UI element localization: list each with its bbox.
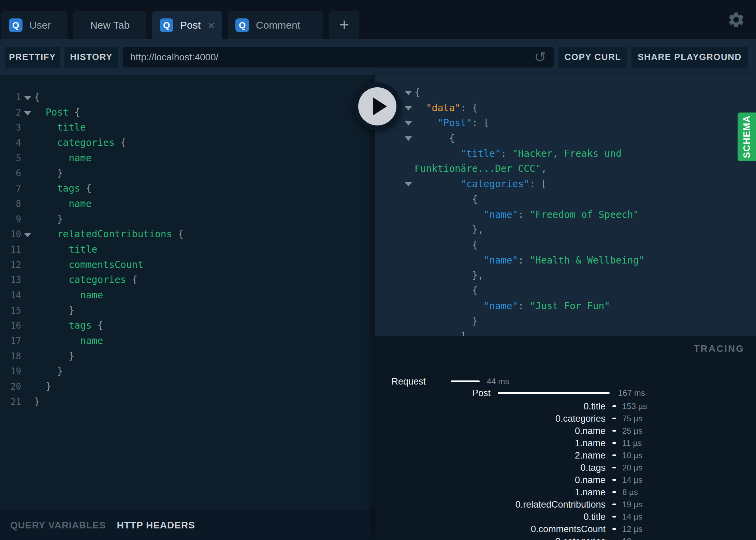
query-badge-icon: Q: [9, 18, 23, 32]
trace-duration-value: 14 µs: [622, 511, 642, 523]
code-line: 1{: [0, 90, 375, 105]
code-line: 15 }: [0, 303, 375, 318]
line-number: 11: [0, 242, 21, 257]
trace-duration-value: 10 µs: [622, 449, 642, 462]
response-code: { "data": { "Post": [ { "title": "Hacker…: [375, 85, 756, 336]
trace-label: 0.name: [575, 425, 606, 437]
code-line: 19 }: [0, 364, 375, 379]
tab-label: User: [29, 19, 51, 31]
code-line: 10 relatedContributions {: [0, 227, 375, 242]
editor-bottom-bar: QUERY VARIABLES HTTP HEADERS: [0, 510, 375, 540]
line-number: 16: [0, 318, 21, 333]
line-number: 4: [0, 135, 21, 151]
code-line: }: [375, 314, 756, 329]
tracing-toggle[interactable]: TRACING: [694, 343, 744, 354]
code-line: {: [375, 238, 756, 253]
code-line: 6 }: [0, 166, 375, 181]
tab-comment[interactable]: Q Comment: [228, 11, 323, 39]
line-number: 20: [0, 379, 21, 394]
query-badge-icon: Q: [160, 18, 173, 32]
http-headers-tab[interactable]: HTTP HEADERS: [117, 520, 195, 531]
trace-row: 1.name8 µs: [375, 486, 756, 498]
fold-arrow-icon[interactable]: [405, 106, 412, 110]
query-badge-icon: Q: [235, 18, 249, 32]
trace-duration-bar: [612, 479, 616, 481]
code-line: 21}: [0, 394, 375, 410]
fold-arrow-icon[interactable]: [405, 136, 412, 141]
line-number: 19: [0, 364, 21, 379]
code-line: 20 }: [0, 379, 375, 394]
schema-tab-label: SCHEMA: [742, 115, 752, 158]
line-number: 14: [0, 288, 21, 303]
trace-duration-bar: [498, 392, 610, 394]
code-line: 12 commentsCount: [0, 257, 375, 273]
trace-duration-value: 75 µs: [622, 412, 642, 425]
line-number: 15: [0, 303, 21, 318]
code-line: "title": "Hacker, Freaks und: [375, 146, 756, 162]
right-column: { "data": { "Post": [ { "title": "Hacker…: [375, 75, 756, 540]
code-line: {: [375, 85, 756, 101]
fold-arrow-icon[interactable]: [405, 91, 412, 95]
fold-arrow-icon[interactable]: [24, 111, 31, 116]
line-number: 3: [0, 120, 21, 135]
share-playground-button[interactable]: SHARE PLAYGROUND: [631, 47, 748, 68]
trace-row: 0.categories75 µs: [375, 412, 756, 425]
trace-duration-bar: [612, 491, 616, 493]
code-line: 18 }: [0, 349, 375, 364]
fold-arrow-icon[interactable]: [405, 182, 412, 186]
trace-label: 0.relatedContributions: [515, 498, 606, 511]
tab-post[interactable]: Q Post ×: [152, 11, 222, 39]
trace-label: 0.tags: [580, 462, 606, 474]
endpoint-url-input[interactable]: http://localhost:4000/ ↺: [122, 46, 554, 68]
tab-new-tab[interactable]: New Tab: [73, 11, 146, 39]
trace-duration-value: 44 ms: [487, 375, 509, 388]
line-number: 7: [0, 181, 21, 196]
code-line: 16 tags {: [0, 318, 375, 333]
trace-label: Request: [391, 375, 426, 388]
code-line: 7 tags {: [0, 181, 375, 196]
trace-row: 0.categories13 µs: [375, 535, 756, 540]
code-line: "name": "Freedom of Speech": [375, 207, 756, 223]
play-icon: [373, 97, 387, 115]
add-tab-button[interactable]: +: [329, 11, 359, 39]
trace-row: Post167 ms: [375, 387, 756, 399]
trace-duration-value: 11 µs: [622, 437, 642, 449]
code-line: Funktionäre...Der CCC",: [375, 161, 756, 177]
endpoint-url-value: http://localhost:4000/: [130, 52, 218, 63]
fold-arrow-icon[interactable]: [405, 121, 412, 125]
close-tab-icon[interactable]: ×: [208, 19, 215, 31]
query-variables-tab[interactable]: QUERY VARIABLES: [10, 520, 106, 531]
code-line: 13 categories {: [0, 272, 375, 288]
query-editor-pane[interactable]: 1{2 Post {3 title4 categories {5 name6 }…: [0, 75, 375, 540]
fold-arrow-icon[interactable]: [24, 96, 31, 100]
trace-label: 2.name: [575, 449, 606, 462]
code-line: 11 title: [0, 242, 375, 257]
fold-arrow-icon[interactable]: [24, 233, 31, 237]
line-number: 5: [0, 151, 21, 166]
trace-duration-bar: [612, 516, 616, 518]
tab-bar: Q User New Tab Q Post × Q Comment +: [0, 0, 756, 39]
line-number: 8: [0, 196, 21, 212]
code-line: "name": "Just For Fun": [375, 299, 756, 314]
code-line: {: [375, 131, 756, 146]
trace-duration-bar: [612, 467, 616, 468]
tab-user[interactable]: Q User: [1, 11, 68, 39]
tab-label: Comment: [256, 19, 300, 31]
refresh-schema-icon[interactable]: ↺: [534, 50, 546, 64]
toolbar: PRETTIFY HISTORY http://localhost:4000/ …: [0, 39, 756, 75]
execute-query-button[interactable]: [353, 82, 401, 130]
settings-gear-icon[interactable]: [727, 11, 745, 29]
trace-duration-bar: [612, 504, 616, 505]
plus-icon: +: [339, 16, 349, 33]
line-number: 1: [0, 90, 21, 105]
schema-tab-button[interactable]: SCHEMA: [738, 112, 756, 161]
history-button[interactable]: HISTORY: [64, 47, 118, 68]
trace-label: 0.categories: [555, 535, 606, 540]
trace-label: Post: [472, 387, 491, 399]
copy-curl-button[interactable]: COPY CURL: [558, 47, 627, 68]
code-line: 5 name: [0, 151, 375, 166]
trace-duration-bar: [612, 528, 616, 530]
line-number: 21: [0, 394, 21, 410]
prettify-button[interactable]: PRETTIFY: [5, 47, 60, 68]
trace-label: 0.name: [575, 474, 606, 486]
